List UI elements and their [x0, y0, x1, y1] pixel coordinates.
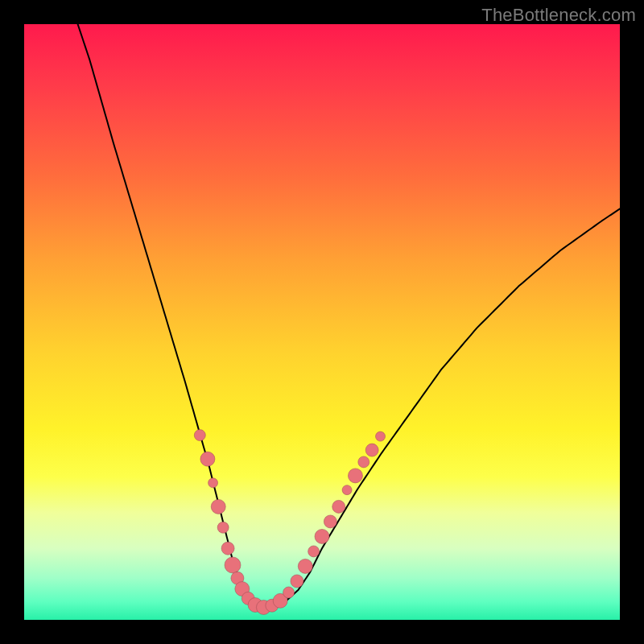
marker-dot — [332, 500, 345, 513]
curve-group — [78, 24, 620, 614]
bottleneck-curve — [78, 24, 620, 608]
marker-dot — [217, 522, 229, 533]
chart-root: TheBottleneck.com — [0, 0, 644, 644]
marker-dot — [358, 456, 369, 468]
marker-dot — [348, 469, 362, 483]
marker-dot — [342, 485, 352, 495]
marker-dot — [211, 499, 225, 514]
chart-overlay — [0, 0, 644, 644]
curve-markers — [194, 430, 385, 615]
marker-dot — [324, 515, 336, 528]
marker-dot — [283, 587, 295, 598]
marker-dot — [365, 444, 378, 456]
marker-dot — [208, 478, 218, 488]
marker-dot — [221, 542, 234, 555]
marker-dot — [298, 559, 312, 573]
marker-dot — [308, 546, 320, 557]
marker-dot — [376, 431, 386, 441]
marker-dot — [200, 452, 215, 466]
marker-dot — [315, 529, 329, 543]
marker-dot — [291, 575, 303, 588]
marker-dot — [225, 557, 241, 573]
marker-dot — [194, 430, 205, 441]
